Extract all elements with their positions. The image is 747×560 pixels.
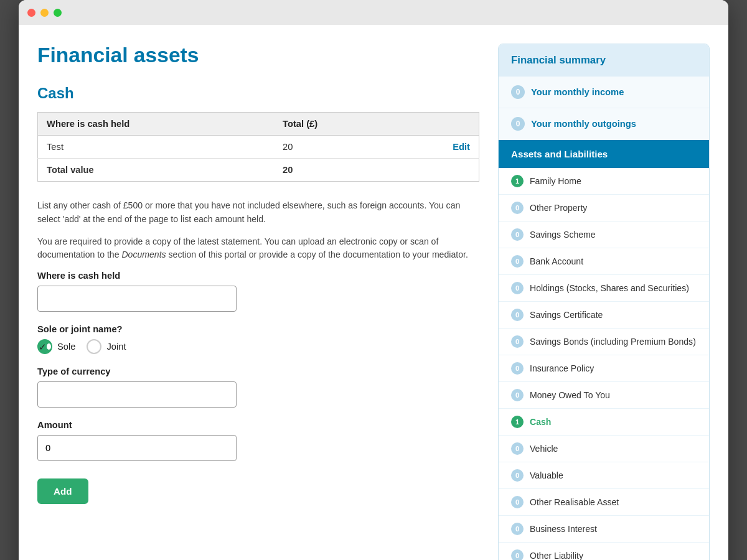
nav-item-monthly-outgoings[interactable]: 0 Your monthly outgoings — [499, 108, 709, 140]
left-panel: Financial assets Cash Where is cash held… — [37, 44, 479, 560]
currency-input[interactable] — [37, 381, 237, 408]
ownership-label: Sole or joint name? — [37, 324, 479, 334]
asset-label-0: Family Home — [530, 176, 581, 186]
info-paragraph-1: List any other cash of £500 or more that… — [37, 199, 479, 226]
sole-option[interactable]: ✓ Sole — [37, 339, 75, 354]
income-badge: 0 — [511, 85, 525, 99]
asset-badge-3: 0 — [511, 255, 524, 268]
content-area: Financial assets Cash Where is cash held… — [19, 25, 728, 560]
asset-badge-1: 0 — [511, 202, 524, 214]
add-button[interactable]: Add — [37, 478, 88, 504]
asset-item-10[interactable]: 0Vehicle — [499, 436, 709, 462]
sole-radio-check-icon: ✓ — [39, 342, 47, 352]
app-window: Financial assets Cash Where is cash held… — [19, 0, 728, 560]
asset-label-1: Other Property — [530, 203, 587, 213]
asset-label-9: Cash — [530, 417, 551, 427]
asset-badge-6: 0 — [511, 335, 524, 348]
asset-label-4: Holdings (Stocks, Shares and Securities) — [530, 283, 689, 293]
table-cell-edit: Edit — [397, 136, 479, 159]
asset-item-4[interactable]: 0Holdings (Stocks, Shares and Securities… — [499, 275, 709, 302]
joint-radio[interactable] — [87, 339, 101, 354]
sole-radio[interactable]: ✓ — [37, 339, 52, 354]
cash-input[interactable] — [37, 286, 237, 312]
asset-badge-7: 0 — [511, 362, 524, 375]
asset-badge-0: 1 — [511, 175, 524, 187]
asset-item-0[interactable]: 1Family Home — [499, 168, 709, 195]
titlebar — [19, 0, 728, 25]
page-title: Financial assets — [37, 44, 479, 67]
outgoings-badge: 0 — [511, 117, 525, 131]
asset-badge-13: 0 — [511, 523, 524, 535]
asset-badge-12: 0 — [511, 496, 524, 508]
cash-field-group: Where is cash held — [37, 271, 479, 312]
total-row: Total value 20 — [38, 159, 479, 182]
asset-item-12[interactable]: 0Other Realisable Asset — [499, 489, 709, 516]
table-row: Test 20 Edit — [38, 136, 479, 159]
asset-label-6: Savings Bonds (including Premium Bonds) — [530, 337, 696, 347]
asset-item-9[interactable]: 1Cash — [499, 409, 709, 436]
asset-item-3[interactable]: 0Bank Account — [499, 248, 709, 275]
income-label: Your monthly income — [531, 87, 624, 97]
table-cell-amount: 20 — [274, 136, 397, 159]
table-header-location: Where is cash held — [38, 113, 275, 136]
assets-header: Assets and Liabilities — [499, 140, 709, 168]
currency-field-group: Type of currency — [37, 366, 479, 408]
table-header-action — [397, 113, 479, 136]
asset-badge-9: 1 — [511, 416, 524, 428]
asset-item-11[interactable]: 0Valuable — [499, 462, 709, 489]
sole-label: Sole — [57, 342, 75, 352]
asset-item-5[interactable]: 0Savings Certificate — [499, 302, 709, 329]
asset-label-5: Savings Certificate — [530, 310, 603, 320]
asset-badge-5: 0 — [511, 309, 524, 321]
asset-label-11: Valuable — [530, 470, 563, 480]
table-header-amount: Total (£) — [274, 113, 397, 136]
total-label: Total value — [38, 159, 275, 182]
asset-label-10: Vehicle — [530, 444, 558, 454]
joint-option[interactable]: Joint — [87, 339, 126, 354]
asset-badge-8: 0 — [511, 389, 524, 401]
asset-item-1[interactable]: 0Other Property — [499, 195, 709, 222]
asset-badge-4: 0 — [511, 282, 524, 294]
amount-field-group: Amount — [37, 420, 479, 461]
asset-badge-10: 0 — [511, 442, 524, 455]
cash-label: Where is cash held — [37, 271, 479, 281]
asset-item-13[interactable]: 0Business Interest — [499, 516, 709, 543]
info-post-text: section of this portal or provide a copy… — [166, 250, 468, 259]
asset-item-7[interactable]: 0Insurance Policy — [499, 355, 709, 382]
asset-label-2: Savings Scheme — [530, 230, 596, 240]
summary-header: Financial summary — [499, 44, 709, 77]
asset-item-2[interactable]: 0Savings Scheme — [499, 222, 709, 248]
asset-label-3: Bank Account — [530, 256, 583, 266]
info-paragraph-2: You are required to provide a copy of th… — [37, 235, 479, 263]
cash-table: Where is cash held Total (£) Test 20 Edi… — [37, 112, 479, 182]
minimize-button[interactable] — [40, 9, 49, 17]
asset-item-14[interactable]: 0Other Liability — [499, 543, 709, 560]
asset-badge-2: 0 — [511, 228, 524, 241]
currency-label: Type of currency — [37, 366, 479, 376]
amount-input[interactable] — [37, 435, 237, 461]
maximize-button[interactable] — [54, 9, 62, 17]
documents-link[interactable]: Documents — [121, 250, 166, 259]
asset-label-7: Insurance Policy — [530, 363, 594, 373]
amount-label: Amount — [37, 420, 479, 430]
ownership-field-group: Sole or joint name? ✓ Sole Joint — [37, 324, 479, 354]
asset-label-12: Other Realisable Asset — [530, 497, 619, 507]
outgoings-label: Your monthly outgoings — [531, 119, 636, 129]
nav-item-monthly-income[interactable]: 0 Your monthly income — [499, 77, 709, 108]
section-title: Cash — [37, 85, 479, 102]
asset-label-13: Business Interest — [530, 524, 597, 534]
summary-card: Financial summary 0 Your monthly income … — [498, 44, 710, 560]
asset-item-8[interactable]: 0Money Owed To You — [499, 382, 709, 409]
joint-label: Joint — [106, 342, 126, 352]
asset-badge-14: 0 — [511, 549, 524, 560]
asset-item-6[interactable]: 0Savings Bonds (including Premium Bonds) — [499, 329, 709, 355]
right-panel: Financial summary 0 Your monthly income … — [498, 44, 710, 560]
edit-link[interactable]: Edit — [453, 142, 470, 152]
close-button[interactable] — [27, 9, 35, 17]
asset-label-14: Other Liability — [530, 551, 583, 560]
total-value: 20 — [274, 159, 397, 182]
table-cell-location: Test — [38, 136, 275, 159]
radio-group: ✓ Sole Joint — [37, 339, 479, 354]
asset-items-container: 1Family Home0Other Property0Savings Sche… — [499, 168, 709, 560]
asset-badge-11: 0 — [511, 469, 524, 482]
